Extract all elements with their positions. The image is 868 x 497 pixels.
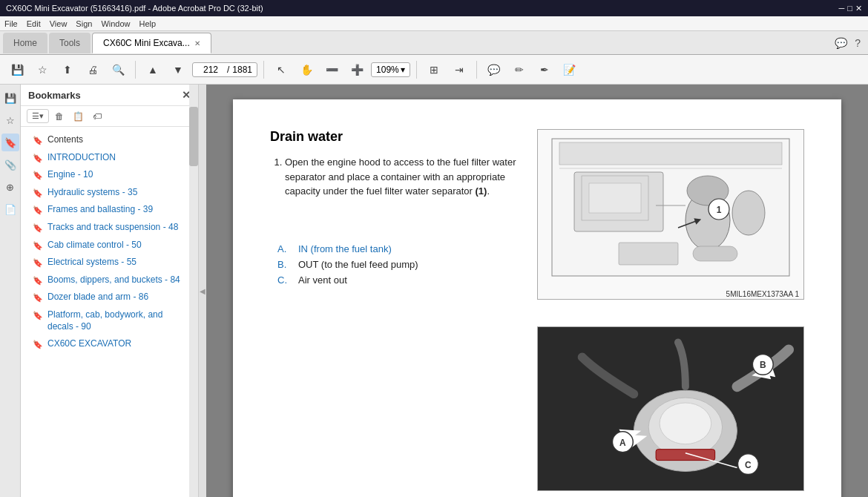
chat-icon[interactable]: 💬 (835, 37, 847, 49)
bookmark-icon: 🔖 (33, 257, 43, 268)
help-icon[interactable]: ? (855, 37, 861, 49)
bm-menu-btn[interactable]: ☰▾ (27, 109, 49, 123)
menu-window[interactable]: Window (101, 19, 130, 28)
tab-close-icon[interactable]: ✕ (194, 39, 200, 47)
tab-home-label: Home (13, 38, 37, 48)
bm-tag-btn[interactable]: 🏷 (90, 110, 105, 123)
bookmark-label-tracks: Tracks and track suspension - 48 (47, 222, 178, 234)
bookmark-icon: 🔖 (33, 310, 43, 320)
zoom-value: 109% (376, 65, 399, 75)
bookmark-icon: 🔖 (33, 153, 43, 163)
page-navigator: / 1881 (192, 62, 257, 77)
photo-box: B A C (537, 326, 804, 491)
search-button[interactable]: 🔍 (107, 59, 129, 80)
bookmark-label-platform: Platform, cab, bodywork, and decals - 90 (47, 309, 191, 332)
bookmark-icon: 🔖 (33, 223, 43, 233)
step-1-text: Open the engine hood to access to the fu… (285, 157, 516, 197)
bookmark-contents[interactable]: 🔖 Contents (21, 131, 198, 149)
menu-file[interactable]: File (4, 19, 18, 28)
bookmarks-scrollbar-thumb[interactable] (189, 107, 198, 166)
sidebar-icon-attach[interactable]: 📎 (1, 156, 19, 174)
toolbar-sep-1 (135, 61, 136, 79)
bookmark-electrical[interactable]: 🔖 Electrical systems - 55 (21, 254, 198, 271)
bookmark-button[interactable]: ☆ (31, 59, 53, 80)
step-1: Open the engine hood to access to the fu… (285, 155, 522, 199)
bookmarks-title: Bookmarks (28, 90, 81, 101)
sidebar-icon-bookmark[interactable]: ☆ (1, 111, 19, 129)
bookmark-icon: 🔖 (33, 339, 43, 349)
tab-document[interactable]: CX60C Mini Excava... ✕ (92, 33, 211, 53)
zoom-in-button[interactable]: ➕ (346, 59, 368, 80)
page-input[interactable] (197, 65, 224, 75)
bookmark-introduction[interactable]: 🔖 INTRODUCTION (21, 149, 198, 167)
zoom-selector[interactable]: 109% ▾ (371, 62, 410, 77)
main-layout: 💾 ☆ 🔖 📎 ⊕ 📄 Bookmarks ✕ ☰▾ 🗑 📋 🏷 🔖 Conte… (0, 85, 868, 497)
bookmarks-list: 🔖 Contents 🔖 INTRODUCTION 🔖 Engine - 10 … (21, 127, 198, 497)
svg-text:1: 1 (717, 205, 722, 215)
sidebar-icon-bookmarks-panel[interactable]: 🔖 (1, 134, 19, 151)
fit-page-button[interactable]: ⊞ (423, 59, 445, 80)
bookmark-icon: 🔖 (33, 240, 43, 251)
comment-button[interactable]: 💬 (483, 59, 505, 80)
title-bar-controls[interactable]: ─ □ ✕ (839, 4, 862, 13)
sidebar-icon-pages[interactable]: 📄 (1, 200, 19, 218)
print-button[interactable]: 🖨 (82, 59, 104, 80)
bookmark-label-cab-climate: Cab climate control - 50 (47, 240, 142, 251)
minimize-icon[interactable]: ─ (839, 4, 845, 13)
label-a-item: A. IN (from the fuel tank) (277, 243, 522, 254)
upload-button[interactable]: ⬆ (56, 59, 79, 80)
bookmark-cab-climate[interactable]: 🔖 Cab climate control - 50 (21, 237, 198, 254)
close-icon[interactable]: ✕ (855, 4, 862, 13)
bm-delete-btn[interactable]: 🗑 (52, 110, 67, 123)
bookmark-cx60c[interactable]: 🔖 CX60C EXCAVATOR (21, 335, 198, 353)
bookmark-engine[interactable]: 🔖 Engine - 10 (21, 166, 198, 184)
sidebar-icon-save[interactable]: 💾 (1, 89, 19, 107)
menu-help[interactable]: Help (139, 19, 157, 28)
bm-add-btn[interactable]: 📋 (70, 110, 87, 123)
section-title: Drain water (270, 129, 522, 145)
bookmark-tracks[interactable]: 🔖 Tracks and track suspension - 48 (21, 219, 198, 237)
tab-tools[interactable]: Tools (49, 33, 91, 53)
svg-text:C: C (745, 460, 752, 470)
menu-edit[interactable]: Edit (27, 19, 41, 28)
bookmark-label-introduction: INTRODUCTION (47, 152, 116, 164)
fill-sign-button[interactable]: 📝 (559, 59, 581, 80)
content-area[interactable]: Drain water Open the engine hood to acce… (206, 85, 868, 497)
page-total: 1881 (232, 65, 252, 75)
panel-resize-handle[interactable]: ◀ (199, 85, 206, 497)
zoom-out-button[interactable]: ➖ (320, 59, 343, 80)
content-text: Drain water Open the engine hood to acce… (270, 129, 522, 491)
prev-page-button[interactable]: ▲ (142, 59, 164, 80)
cursor-tool-button[interactable]: ↖ (270, 59, 292, 80)
bookmark-label-contents: Contents (47, 134, 83, 146)
bookmark-hydraulic[interactable]: 🔖 Hydraulic systems - 35 (21, 184, 198, 202)
diagrams-column: 1 (537, 129, 804, 491)
tab-document-label: CX60C Mini Excava... (103, 38, 190, 48)
menu-sign[interactable]: Sign (76, 19, 92, 28)
export-button[interactable]: ⇥ (448, 59, 470, 80)
svg-point-5 (732, 191, 765, 235)
svg-text:A: A (619, 438, 626, 448)
bookmark-booms[interactable]: 🔖 Booms, dippers, and buckets - 84 (21, 271, 198, 289)
hand-tool-button[interactable]: ✋ (295, 59, 318, 80)
tab-bar-right: 💬 ? (835, 37, 868, 49)
sidebar-icon-layers[interactable]: ⊕ (1, 178, 19, 196)
maximize-icon[interactable]: □ (847, 4, 852, 13)
tab-bar: Home Tools CX60C Mini Excava... ✕ 💬 ? (0, 31, 868, 55)
bookmark-icon: 🔖 (33, 205, 43, 215)
bookmark-platform[interactable]: 🔖 Platform, cab, bodywork, and decals - … (21, 306, 198, 335)
bookmarks-scrollbar[interactable] (189, 85, 198, 497)
svg-point-18 (660, 403, 711, 444)
highlight-button[interactable]: ✏ (508, 59, 530, 80)
tab-home[interactable]: Home (3, 33, 47, 53)
save-button[interactable]: 💾 (6, 59, 28, 80)
next-page-button[interactable]: ▼ (167, 59, 189, 80)
svg-rect-1 (559, 142, 782, 165)
markup-button[interactable]: ✒ (533, 59, 556, 80)
menu-bar: File Edit View Sign Window Help (0, 16, 868, 31)
technical-diagram: 1 (537, 129, 804, 300)
engine-diagram-svg: 1 (545, 131, 797, 287)
menu-view[interactable]: View (50, 19, 68, 28)
bookmark-dozer[interactable]: 🔖 Dozer blade and arm - 86 (21, 289, 198, 306)
bookmark-frames[interactable]: 🔖 Frames and ballasting - 39 (21, 201, 198, 219)
